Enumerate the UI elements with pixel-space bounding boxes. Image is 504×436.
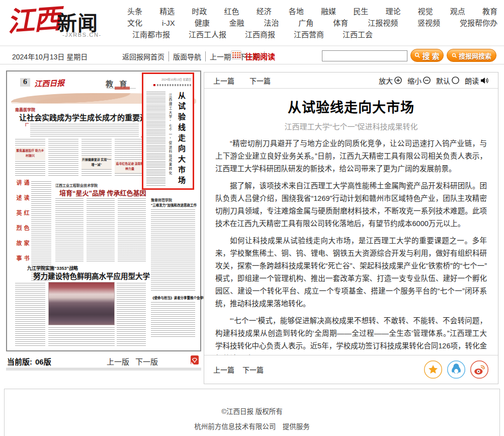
nav-item[interactable]: 红色: [224, 6, 239, 17]
zoom-in-label: 放大: [379, 76, 393, 86]
logo-red-text: 江西: [6, 0, 60, 40]
service-provider-line: 杭州前方信息技术有限公司 提供服务: [5, 421, 499, 431]
next-article-link[interactable]: 下一篇: [249, 76, 271, 86]
section-tag: [115, 87, 130, 90]
current-page-indicator: 当前版:06版: [7, 356, 54, 367]
text-placeholder: [151, 302, 195, 338]
archive-reading-link[interactable]: 往期阅读: [245, 51, 275, 61]
speaker-icon: [480, 77, 489, 84]
share-qq-icon[interactable]: [447, 360, 466, 379]
nav-item[interactable]: 教育: [482, 6, 497, 17]
previous-article-link[interactable]: 上一篇: [213, 76, 234, 86]
article-paragraph: “‘七个一’模式，能够促进解决高校成果不想转、不敢转、不能转、不会转问题，构建科…: [215, 315, 487, 358]
text-placeholder: [55, 198, 83, 262]
nav-item[interactable]: 理论: [385, 6, 400, 17]
read-aloud-button[interactable]: 朗读: [465, 76, 489, 86]
search-input[interactable]: [322, 50, 407, 61]
nav-item[interactable]: 广角: [298, 17, 313, 29]
text-placeholder: [30, 124, 139, 137]
nav-item[interactable]: 江西工人报: [189, 29, 226, 40]
nav-item[interactable]: 江西工会: [343, 29, 373, 40]
nav-item[interactable]: 金融: [229, 17, 244, 29]
article-headline[interactable]: 《使命与担当》读者分享暨推介会举行: [151, 295, 196, 300]
next-page-link[interactable]: 下一版: [135, 356, 158, 367]
nav-row-2: 文化 i-JX 健康 金融 法治 广角 体育 江报视频 竖视频 党报帮你办: [127, 17, 497, 29]
nav-item[interactable]: 体育: [333, 17, 348, 29]
main-nav: 头条 精选 时政 红色 经济 各地 融媒 民生 理论 视觉 观点 教育 文化 i…: [127, 6, 497, 40]
text-placeholder: [15, 283, 45, 347]
paper-page-number: 6: [20, 78, 30, 87]
share-qzone-icon[interactable]: [424, 360, 443, 379]
article-headline[interactable]: 努力建设特色鲜明高水平应用型大学: [33, 270, 150, 281]
news-photo: [48, 282, 115, 325]
current-date: 2024年10月13日 星期日: [12, 51, 88, 61]
nav-item[interactable]: 江西商报: [245, 29, 275, 40]
nav-item[interactable]: 经济: [257, 6, 272, 17]
article-paragraph: “精密切削刀具避开了与地方企业的同质化竞争，让公司迅速打入钨产业链，与上下游企业…: [215, 137, 487, 175]
nav-item[interactable]: 各地: [289, 6, 304, 17]
site-logo[interactable]: 江西 新闻 -JXRBS.CN-: [7, 2, 115, 41]
link-report-home[interactable]: 返回报网首页: [122, 51, 169, 61]
next-article-link[interactable]: 下一篇: [242, 365, 264, 375]
zoom-in-button[interactable]: 放大: [379, 76, 402, 86]
article-panel: 上一篇 下一篇 放大 缩小 默认 朗读: [204, 72, 498, 384]
circle-icon: [452, 77, 459, 84]
search-button[interactable]: 搜 索: [410, 49, 444, 62]
divider: [6, 368, 201, 370]
sub-headline-box: 聚焦基层医疗 助力乡村振兴: [15, 147, 45, 160]
sub-headline-box: 开展健康宣讲 实现“一增一减”: [81, 156, 112, 169]
nav-item[interactable]: 视觉: [418, 6, 433, 17]
nav-item[interactable]: 民生: [353, 6, 368, 17]
nav-item[interactable]: 党报帮你办: [460, 17, 497, 29]
site-search-button-label: 搜报网搜索: [459, 51, 491, 60]
default-size-button[interactable]: 默认: [436, 76, 459, 86]
quote-mark: [25, 123, 29, 126]
nav-item[interactable]: i-JX: [162, 17, 175, 29]
nav-item[interactable]: 健康: [195, 17, 210, 29]
previous-page-link[interactable]: 上一版: [107, 356, 129, 367]
calendar-icon[interactable]: [231, 50, 241, 59]
toolbar: 2024年10月13日 星期日 返回报网首页 版面导航 上一期 下一期 往期阅读…: [0, 45, 504, 64]
pdf-icon[interactable]: [190, 355, 199, 365]
highlighted-article-subtitle: 江西理工大学“七个一”促进科技成果转化: [166, 94, 173, 187]
text-placeholder: [146, 92, 165, 186]
article-headline[interactable]: 培育“星火”品牌 传承红色基因: [59, 188, 146, 197]
newspaper-page-preview[interactable]: 6 江西日报 教 育 南昌医学院 让社会实践成为学生成长成才的重要途径 聚焦基层…: [6, 70, 201, 351]
circle-minus-icon: [423, 77, 431, 84]
nav-item[interactable]: 文化: [127, 17, 142, 29]
article-paragraph: 据了解，该项技术来自江西理工大学高性能稀土金属陶瓷产品开发科研团队。团队负责人吕…: [215, 180, 487, 230]
text-placeholder: [48, 327, 115, 347]
highlighted-article-title[interactable]: 从试验线走向大市场: [175, 92, 187, 188]
text-placeholder: [118, 198, 146, 262]
zoom-out-button[interactable]: 缩小: [407, 76, 431, 86]
nav-item[interactable]: 竖视频: [417, 17, 440, 29]
article-paragraph: 如何让科技成果从试验线走向大市场，是江西理工大学的重要课题之一。多年来，学校聚焦…: [215, 235, 487, 310]
nav-item[interactable]: 头条: [127, 6, 142, 17]
article-kicker: 豫章师范学院: [151, 197, 172, 202]
copyright-line: ©江西日报 版权所有: [5, 406, 499, 416]
logo-domain: -JXRBS.CN-: [62, 32, 102, 38]
nav-item[interactable]: 江报视频: [368, 17, 398, 29]
nav-item[interactable]: 法治: [264, 17, 279, 29]
site-search-button[interactable]: 搜报网搜索: [447, 49, 496, 62]
page-nav: 上一版 下一版: [107, 356, 158, 367]
nav-item[interactable]: 江南都市报: [132, 29, 170, 40]
share-buttons: [424, 360, 489, 379]
nav-item[interactable]: 融媒: [321, 6, 336, 17]
read-aloud-label: 朗读: [465, 76, 479, 86]
link-page-navigation[interactable]: 版面导航: [169, 51, 206, 61]
paper-date-line: 2024年10月13日 星期日: [148, 78, 191, 82]
article-headline[interactable]: 让社会实践成为学生成长成才的重要途径: [19, 112, 155, 122]
nav-item[interactable]: 时政: [192, 6, 207, 17]
article-kicker: 江西工业工程职业技术学院: [55, 183, 98, 188]
nav-item[interactable]: 精选: [159, 6, 175, 17]
previous-article-link[interactable]: 上一篇: [213, 365, 234, 375]
red-dot: [153, 84, 155, 86]
text-tools: 放大 缩小 默认 朗读: [373, 76, 489, 86]
nav-row-1: 头条 精选 时政 红色 经济 各地 融媒 民生 理论 视觉 观点 教育: [127, 6, 497, 17]
article-headline[interactable]: “三维发力”加强和改进思政工作: [151, 202, 196, 207]
nav-item[interactable]: 江西营商: [294, 29, 324, 40]
nav-item[interactable]: 观点: [450, 6, 465, 17]
share-weibo-icon[interactable]: [470, 360, 489, 379]
article-subtitle: 江西理工大学“七个一”促进科技成果转化: [204, 121, 498, 131]
